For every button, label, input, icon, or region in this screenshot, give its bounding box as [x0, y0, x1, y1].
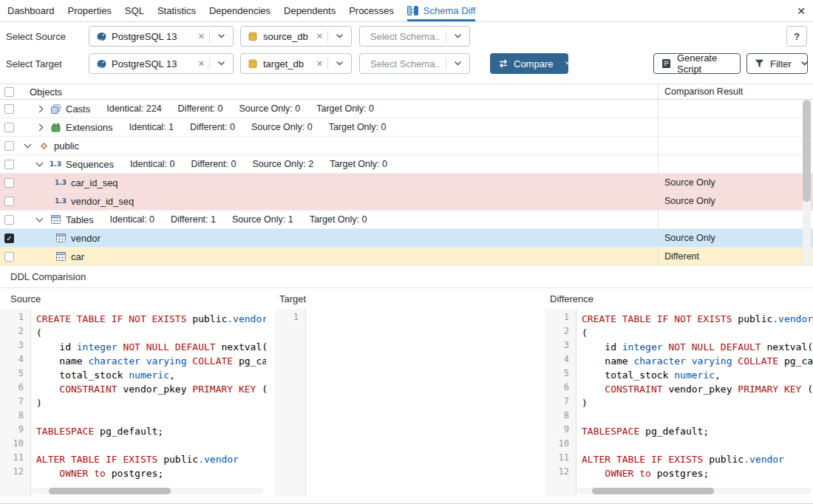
row-checkbox[interactable]	[4, 197, 14, 206]
scrollbar-thumb[interactable]	[803, 100, 811, 202]
line-number-gutter: 123456789101112	[0, 309, 31, 497]
comparison-result-cell	[658, 118, 813, 136]
stat-targetonly: Target Only: 0	[330, 159, 387, 169]
tab-schema-diff[interactable]: Schema Diff	[407, 0, 476, 21]
chevron-down-icon[interactable]	[333, 34, 345, 38]
row-checkbox[interactable]	[4, 160, 14, 169]
chevron-down-icon[interactable]	[560, 61, 576, 66]
clear-icon[interactable]: ✕	[198, 32, 205, 41]
target-ddl-code[interactable]	[307, 309, 537, 497]
source-server-select[interactable]: PostgreSQL 13 ✕	[89, 26, 234, 47]
clear-icon[interactable]: ✕	[316, 32, 323, 41]
chevron-down-icon[interactable]	[333, 61, 345, 66]
collapse-icon[interactable]	[36, 160, 44, 167]
tab-processes[interactable]: Processes	[349, 0, 394, 21]
object-row-sequences[interactable]: 1.3SequencesIdentical: 0Different: 0Sour…	[0, 155, 813, 174]
source-ddl-code[interactable]: CREATE TABLE IF NOT EXISTS public.vendor…	[32, 309, 266, 497]
row-checkbox[interactable]	[4, 141, 14, 151]
object-label: car_id_seq	[71, 177, 118, 188]
close-icon[interactable]: ✕	[797, 5, 806, 17]
server-icon	[95, 59, 107, 69]
object-label: Extensions	[66, 122, 113, 133]
help-button[interactable]: ?	[786, 26, 807, 47]
object-row-car_id_seq[interactable]: 1.3car_id_seqSource Only	[0, 174, 813, 192]
compare-button[interactable]: Compare	[490, 53, 568, 74]
object-row-tables[interactable]: TablesIdentical: 0Different: 1Source Onl…	[0, 211, 813, 229]
table-icon	[55, 234, 67, 242]
objects-column-header: Objects	[22, 84, 658, 99]
object-label: vendor_id_seq	[71, 196, 134, 207]
stat-sourceonly: Source Only: 0	[251, 122, 313, 132]
comparison-result-cell: Source Only	[658, 174, 813, 191]
schema-icon	[38, 141, 50, 151]
stat-sourceonly: Source Only: 1	[232, 214, 293, 225]
horizontal-scrollbar[interactable]	[577, 488, 811, 494]
tab-label: Dashboard	[7, 5, 55, 16]
object-row-public[interactable]: public	[0, 137, 813, 155]
expand-icon[interactable]	[36, 105, 44, 112]
vertical-scrollbar[interactable]	[803, 100, 811, 266]
filter-button[interactable]: Filter	[746, 53, 808, 74]
scrollbar-thumb[interactable]	[592, 488, 714, 494]
row-checkbox[interactable]	[4, 215, 14, 225]
expand-icon[interactable]	[36, 123, 44, 131]
chevron-down-icon[interactable]	[797, 61, 812, 66]
collapse-icon[interactable]	[24, 141, 32, 149]
object-label: Tables	[66, 214, 94, 225]
tab-properties[interactable]: Properties	[68, 0, 112, 21]
filter-label: Filter	[770, 58, 792, 69]
tab-statistics[interactable]: Statistics	[157, 0, 196, 21]
object-row-casts[interactable]: CastsIdentical: 224Different: 0Source On…	[0, 100, 813, 118]
horizontal-scrollbar[interactable]	[32, 488, 264, 494]
schema-diff-icon	[407, 6, 419, 16]
comparison-result-cell: Source Only	[658, 192, 813, 210]
tab-label: Schema Diff	[423, 5, 476, 16]
divider	[327, 30, 328, 42]
object-row-vendor[interactable]: ✓vendorSource Only	[0, 229, 813, 248]
tabs: DashboardPropertiesSQLStatisticsDependen…	[7, 0, 475, 21]
target-server-select[interactable]: PostgreSQL 13 ✕	[89, 53, 234, 74]
difference-panel-label: Difference	[550, 288, 593, 309]
row-checkbox[interactable]	[4, 178, 14, 188]
source-database-select[interactable]: source_db ✕	[240, 26, 352, 47]
tab-label: Processes	[349, 5, 394, 16]
grid-rows: CastsIdentical: 224Different: 0Source On…	[0, 100, 813, 266]
row-checkbox[interactable]: ✓	[4, 234, 14, 243]
tab-dependencies[interactable]: Dependencies	[209, 0, 271, 21]
target-schema-select[interactable]: Select Schema...	[359, 53, 470, 74]
object-row-vendor_id_seq[interactable]: 1.3vendor_id_seqSource Only	[0, 192, 813, 211]
row-checkbox[interactable]	[4, 104, 14, 114]
ddl-comparison-header: DDL Comparision	[0, 266, 813, 288]
stat-identical: Identical: 0	[130, 159, 174, 169]
object-row-car[interactable]: carDifferent	[0, 248, 813, 266]
database-icon	[247, 59, 259, 69]
line-number-gutter: 1	[275, 309, 306, 497]
generate-script-button[interactable]: Generate Script	[653, 53, 741, 74]
collapse-icon[interactable]	[36, 215, 44, 222]
stat-identical: Identical: 0	[110, 214, 154, 225]
difference-ddl-code[interactable]: CREATE TABLE IF NOT EXISTS public.vendor…	[577, 309, 813, 497]
chevron-down-icon[interactable]	[452, 34, 463, 38]
source-schema-select[interactable]: Select Schema...	[359, 26, 470, 47]
target-database-select[interactable]: target_db ✕	[240, 53, 352, 74]
stat-sourceonly: Source Only: 0	[239, 103, 301, 114]
chevron-down-icon[interactable]	[215, 61, 227, 66]
tab-label: Dependents	[284, 5, 336, 16]
row-checkbox[interactable]	[4, 123, 14, 132]
object-row-extensions[interactable]: ExtensionsIdentical: 1Different: 0Source…	[0, 118, 813, 137]
target-schema-placeholder: Select Schema...	[370, 58, 441, 69]
clear-icon[interactable]: ✕	[316, 59, 323, 69]
source-database-value: source_db	[263, 31, 312, 42]
chevron-down-icon[interactable]	[215, 34, 227, 38]
stat-targetonly: Target Only: 0	[310, 214, 367, 225]
tab-dependents[interactable]: Dependents	[284, 0, 336, 21]
select-all-checkbox[interactable]	[4, 87, 14, 97]
row-checkbox[interactable]	[4, 252, 14, 262]
scrollbar-thumb[interactable]	[49, 488, 171, 494]
chevron-down-icon[interactable]	[452, 61, 463, 66]
source-row: Select Source PostgreSQL 13 ✕ source_db …	[0, 26, 813, 47]
tab-sql[interactable]: SQL	[125, 0, 144, 21]
help-label: ?	[794, 31, 800, 42]
clear-icon[interactable]: ✕	[198, 59, 205, 69]
tab-dashboard[interactable]: Dashboard	[7, 0, 55, 21]
